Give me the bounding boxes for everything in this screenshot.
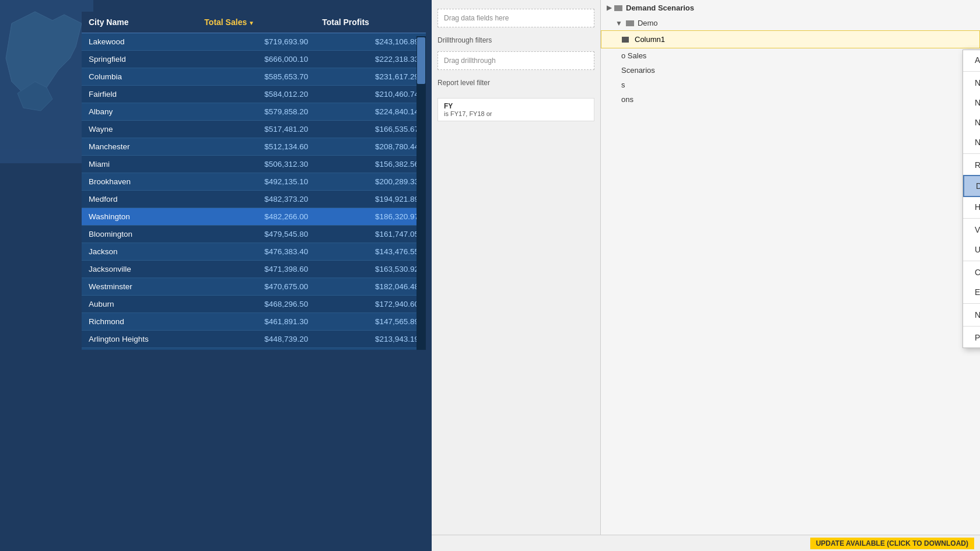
menu-new-quick-measure[interactable]: New quick measure xyxy=(963,132,980,152)
left-panel: City Name Total Sales Total Profits Lake… xyxy=(0,0,432,551)
cell-city: Jackson xyxy=(82,243,197,261)
column1-input[interactable]: Column1 xyxy=(632,34,702,45)
table-row: Brookhaven$492,135.10$200,289.33 xyxy=(82,173,426,191)
menu-divider-6 xyxy=(963,326,980,327)
cell-city: Washington xyxy=(82,208,197,226)
data-table-container: City Name Total Sales Total Profits Lake… xyxy=(82,12,426,350)
cell-city: Fairfield xyxy=(82,86,197,103)
table-row: Jacksonville$471,398.60$163,530.92 xyxy=(82,261,426,278)
cell-city: Arlington Heights xyxy=(82,331,197,348)
cell-sales: $512,134.60 xyxy=(197,138,315,156)
table-row: Manchester$512,134.60$208,780.44 xyxy=(82,138,426,156)
ons-item[interactable]: ons xyxy=(601,92,980,107)
cell-sales: $482,266.00 xyxy=(197,208,315,226)
collapse-icon: ▼ xyxy=(615,19,622,27)
menu-divider-1 xyxy=(963,71,980,72)
cell-profits: $161,747.05 xyxy=(315,226,426,243)
table-scrollbar[interactable] xyxy=(416,36,426,350)
cell-sales: $448,739.20 xyxy=(197,331,315,348)
update-label: UPDATE AVAILABLE (CLICK TO DOWNLOAD) xyxy=(816,539,968,548)
menu-new-group[interactable]: New Group xyxy=(963,305,980,325)
cell-city: Manchester xyxy=(82,138,197,156)
col-header-profits[interactable]: Total Profits xyxy=(315,12,426,33)
report-level-label: Report level filter xyxy=(438,79,594,89)
cell-city: Albany xyxy=(82,103,197,121)
menu-properties[interactable]: Properties xyxy=(963,328,980,348)
table-row: Springfield$666,000.10$222,318.33 xyxy=(82,51,426,68)
menu-new-measure[interactable]: New measure xyxy=(963,93,980,113)
cell-sales: $517,481.20 xyxy=(197,121,315,138)
cell-profits: $186,320.97 xyxy=(315,208,426,226)
menu-unhide-all[interactable]: Unhide all xyxy=(963,240,980,259)
cell-city: Wayne xyxy=(82,121,197,138)
menu-new-column[interactable]: New column xyxy=(963,113,980,132)
cell-profits: $222,318.33 xyxy=(315,51,426,68)
cell-profits: $156,382.56 xyxy=(315,156,426,173)
cell-profits: $194,921.89 xyxy=(315,191,426,208)
drag-data-fields-zone[interactable]: Drag data fields here xyxy=(438,9,594,27)
table-row: Fairfield$584,012.20$210,460.74 xyxy=(82,86,426,103)
drillthrough-section: Drillthrough filters Drag drillthrough xyxy=(438,36,594,70)
cell-sales: $482,373.20 xyxy=(197,191,315,208)
drillthrough-hint: Drag drillthrough xyxy=(444,57,496,65)
drillthrough-label: Drillthrough filters xyxy=(438,36,594,47)
bottom-bar: UPDATE AVAILABLE (CLICK TO DOWNLOAD) xyxy=(432,535,980,551)
data-table: City Name Total Sales Total Profits Lake… xyxy=(82,12,426,350)
menu-add-filter[interactable]: Add filter xyxy=(963,50,980,70)
filters-section: Drag data fields here xyxy=(438,9,594,27)
menu-collapse-all[interactable]: Collapse all xyxy=(963,262,980,282)
context-menu: Add filter New hierarchy New measure New… xyxy=(963,50,980,348)
table-row: Bloomington$479,545.80$161,747.05 xyxy=(82,226,426,243)
scenarios-label: Scenarios xyxy=(621,66,655,75)
cell-profits: $147,565.89 xyxy=(315,313,426,331)
cell-profits: $231,617.29 xyxy=(315,68,426,86)
menu-hide[interactable]: Hide xyxy=(963,197,980,217)
table-row: Aurora$445,777.80$183,994.73 xyxy=(82,348,426,350)
table-row: Lakewood$719,693.90$243,106.89 xyxy=(82,33,426,51)
fy-filter-badge[interactable]: FY is FY17, FY18 or xyxy=(438,98,594,121)
menu-delete[interactable]: Delete xyxy=(963,175,980,197)
menu-view-hidden[interactable]: View hidden xyxy=(963,220,980,240)
cell-sales: $471,398.60 xyxy=(197,261,315,278)
col-header-city[interactable]: City Name xyxy=(82,12,197,33)
cell-city: Columbia xyxy=(82,68,197,86)
scrollbar-thumb[interactable] xyxy=(417,37,425,84)
cell-sales: $506,312.30 xyxy=(197,156,315,173)
cell-sales: $492,135.10 xyxy=(197,173,315,191)
scenarios-item[interactable]: Scenarios xyxy=(601,63,980,78)
cell-sales: $445,777.80 xyxy=(197,348,315,350)
s-item[interactable]: s xyxy=(601,78,980,92)
demand-scenarios-label: Demand Scenarios xyxy=(626,3,694,12)
report-level-section: Report level filter xyxy=(438,79,594,89)
demand-scenarios-header[interactable]: ▶ Demand Scenarios xyxy=(601,0,980,16)
cell-city: Medford xyxy=(82,191,197,208)
cell-sales: $476,383.40 xyxy=(197,243,315,261)
cell-sales: $468,296.50 xyxy=(197,296,315,313)
table-row: Washington$482,266.00$186,320.97 xyxy=(82,208,426,226)
table-row: Arlington Heights$448,739.20$213,943.19 xyxy=(82,331,426,348)
menu-new-hierarchy[interactable]: New hierarchy xyxy=(963,73,980,93)
menu-rename[interactable]: Rename xyxy=(963,155,980,175)
update-available-badge[interactable]: UPDATE AVAILABLE (CLICK TO DOWNLOAD) xyxy=(810,538,974,549)
cell-city: Richmond xyxy=(82,313,197,331)
menu-divider-3 xyxy=(963,218,980,219)
to-sales-item[interactable]: o Sales xyxy=(601,48,980,63)
cell-city: Miami xyxy=(82,156,197,173)
cell-sales: $585,653.70 xyxy=(197,68,315,86)
expand-icon: ▶ xyxy=(607,4,611,12)
table-row: Auburn$468,296.50$172,940.60 xyxy=(82,296,426,313)
filters-area: Drag data fields here Drillthrough filte… xyxy=(432,0,601,551)
cell-profits: $213,943.19 xyxy=(315,331,426,348)
table-icon xyxy=(614,5,622,11)
col-header-sales[interactable]: Total Sales xyxy=(197,12,315,33)
cell-profits: $172,940.60 xyxy=(315,296,426,313)
menu-expand-all[interactable]: Expand all xyxy=(963,282,980,302)
table-row: Medford$482,373.20$194,921.89 xyxy=(82,191,426,208)
cell-sales: $579,858.20 xyxy=(197,103,315,121)
demo-table-icon xyxy=(626,20,634,26)
to-sales-label: o Sales xyxy=(621,51,646,60)
drillthrough-drop-zone[interactable]: Drag drillthrough xyxy=(438,51,594,70)
column1-tree-item[interactable]: Column1 xyxy=(601,30,980,48)
cell-profits: $182,046.48 xyxy=(315,278,426,296)
demo-tree-item[interactable]: ▼ Demo xyxy=(601,16,980,30)
